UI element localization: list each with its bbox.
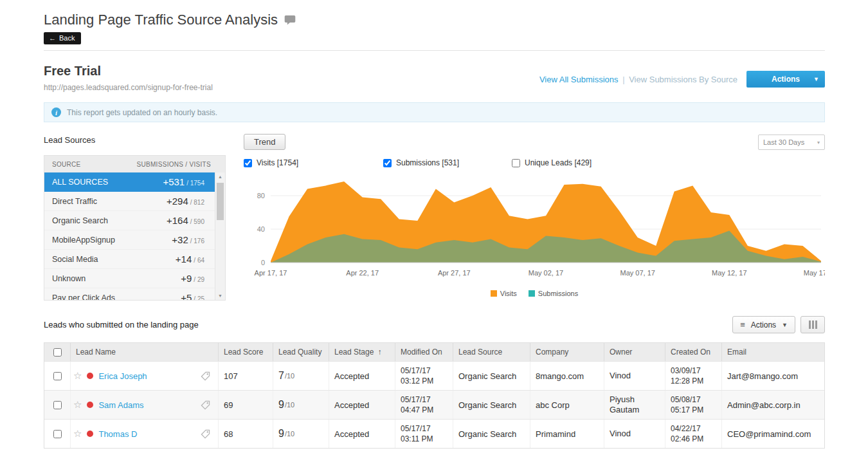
svg-text:May 12, 17: May 12, 17 bbox=[712, 269, 746, 277]
source-row-mobileappsignup[interactable]: MobileAppSignup +32176 bbox=[44, 230, 225, 250]
leads-actions-button[interactable]: ≡ Actions ▼ bbox=[732, 316, 795, 333]
submissions-count: +531 bbox=[163, 176, 185, 187]
submissions-swatch-icon bbox=[529, 290, 535, 297]
chevron-down-icon: ▼ bbox=[813, 76, 819, 82]
page-actions-label: Actions bbox=[772, 75, 800, 84]
header-modified-on[interactable]: Modified On bbox=[395, 343, 453, 361]
source-row-unknown[interactable]: Unknown +929 bbox=[44, 269, 225, 288]
submissions-count: +5 bbox=[181, 292, 192, 301]
source-row-social-media[interactable]: Social Media +1464 bbox=[44, 250, 225, 269]
submissions-count: +164 bbox=[167, 215, 188, 226]
created-on: 04/22/1702:46 PM bbox=[665, 420, 721, 448]
comment-bubble-icon[interactable] bbox=[284, 15, 296, 26]
scrollbar-thumb[interactable] bbox=[217, 183, 224, 220]
chart-series-checkbox-submissions[interactable] bbox=[383, 159, 392, 167]
period-select-value: Last 30 Days bbox=[763, 138, 804, 146]
header-owner[interactable]: Owner bbox=[604, 343, 665, 361]
email: Admin@abc.corp.in bbox=[721, 391, 824, 419]
submissions-toggle[interactable]: Submissions [531] bbox=[383, 158, 512, 167]
header-lead-score[interactable]: Lead Score bbox=[218, 343, 273, 361]
leads-section-title: Leads who submitted on the landing page bbox=[44, 320, 199, 329]
chart-series-checkbox-visits[interactable] bbox=[244, 159, 252, 167]
source-row-direct-traffic[interactable]: Direct Traffic +294812 bbox=[44, 192, 225, 211]
lead-status-dot bbox=[87, 373, 93, 379]
info-banner: i This report gets updated on an hourly … bbox=[44, 102, 825, 122]
columns-icon bbox=[809, 320, 811, 329]
source-row-all-sources[interactable]: ALL SOURCES +5311754 bbox=[44, 172, 225, 192]
landing-page-analysis-screen: Landing Page Traffic Source Analysis ← B… bbox=[0, 0, 868, 464]
sources-scrollbar[interactable]: ▲ ▼ bbox=[215, 172, 225, 300]
chart-series-checkbox-unique-leads[interactable] bbox=[512, 159, 520, 167]
period-select[interactable]: Last 30 Days ▾ bbox=[758, 135, 825, 150]
sort-ascending-icon: ↑ bbox=[377, 348, 381, 357]
header-lead-name[interactable]: Lead Name bbox=[70, 343, 218, 361]
modified-on: 05/17/1703:12 PM bbox=[395, 362, 453, 390]
row-checkbox[interactable] bbox=[53, 372, 62, 380]
row-checkbox[interactable] bbox=[53, 401, 62, 409]
leads-toolbar: ≡ Actions ▼ bbox=[732, 316, 825, 333]
star-icon[interactable]: ☆ bbox=[73, 370, 82, 382]
lead-source: Organic Search bbox=[453, 420, 530, 448]
visits-count: 176 bbox=[190, 237, 204, 245]
trend-button[interactable]: Trend bbox=[244, 134, 285, 150]
lead-quality: 910 bbox=[273, 391, 329, 419]
visits-toggle[interactable]: Visits [1754] bbox=[244, 158, 383, 167]
source-row-pay-per-click-ads[interactable]: Pay per Click Ads +525 bbox=[44, 288, 225, 301]
owner: Vinod bbox=[604, 420, 665, 448]
lead-name-link[interactable]: Erica Joseph bbox=[98, 371, 147, 381]
unique-leads-toggle[interactable]: Unique Leads [429] bbox=[512, 158, 592, 167]
visits-count: 64 bbox=[194, 257, 204, 264]
landing-page-name: Free Trial bbox=[44, 64, 213, 79]
company: Primamind bbox=[530, 420, 604, 448]
view-submissions-by-source-link[interactable]: View Submissions By Source bbox=[629, 75, 737, 84]
svg-text:Apr 17, 17: Apr 17, 17 bbox=[255, 269, 287, 277]
lead-sources-title: Lead Sources bbox=[44, 135, 226, 145]
page-actions-button[interactable]: Actions ▼ bbox=[746, 71, 825, 88]
leads-actions-label: Actions bbox=[751, 320, 776, 329]
lead-score: 69 bbox=[218, 391, 273, 419]
lead-source: Organic Search bbox=[453, 362, 530, 390]
scroll-down-icon[interactable]: ▼ bbox=[215, 293, 225, 298]
header-lead-source[interactable]: Lead Source bbox=[453, 343, 530, 361]
back-button-label: Back bbox=[59, 34, 75, 42]
source-row-organic-search[interactable]: Organic Search +164590 bbox=[44, 211, 225, 230]
column-chooser-button[interactable] bbox=[800, 316, 825, 333]
row-checkbox[interactable] bbox=[53, 430, 62, 438]
lead-sources-header: SOURCE SUBMISSIONS / VISITS bbox=[44, 156, 225, 172]
svg-text:40: 40 bbox=[257, 225, 265, 233]
lead-stage: Accepted bbox=[329, 362, 395, 390]
submissions-count: +14 bbox=[176, 254, 192, 264]
info-banner-text: This report gets updated on an hourly ba… bbox=[67, 108, 217, 117]
visits-count: 590 bbox=[190, 218, 204, 225]
chart-legend: Visits Submissions bbox=[244, 290, 825, 297]
tag-icon[interactable] bbox=[201, 400, 210, 410]
header-email[interactable]: Email bbox=[721, 343, 824, 361]
header-lead-quality[interactable]: Lead Quality bbox=[273, 343, 329, 361]
header-created-on[interactable]: Created On bbox=[665, 343, 721, 361]
view-all-submissions-link[interactable]: View All Submissions bbox=[539, 75, 619, 84]
svg-text:May 17, 17: May 17, 17 bbox=[804, 269, 825, 277]
trend-chart-panel: Trend Last 30 Days ▾ Visits [1754] Submi… bbox=[244, 134, 825, 301]
back-button[interactable]: ← Back bbox=[44, 32, 81, 44]
submissions-visits-column-header: SUBMISSIONS / VISITS bbox=[137, 161, 219, 168]
star-icon[interactable]: ☆ bbox=[73, 428, 82, 440]
created-on: 03/09/1712:28 PM bbox=[665, 362, 721, 390]
legend-visits: Visits bbox=[491, 290, 517, 297]
select-all-checkbox[interactable] bbox=[53, 348, 62, 357]
tag-icon[interactable] bbox=[201, 429, 210, 439]
lead-quality: 910 bbox=[273, 420, 329, 448]
email: CEO@primamind.com bbox=[721, 420, 824, 448]
head-actions: View All Submissions | View Submissions … bbox=[539, 66, 825, 92]
scroll-up-icon[interactable]: ▲ bbox=[215, 174, 225, 179]
header-lead-stage[interactable]: Lead Stage↑ bbox=[329, 343, 395, 361]
lead-name-link[interactable]: Thomas D bbox=[98, 429, 137, 439]
header-company[interactable]: Company bbox=[530, 343, 604, 361]
tag-icon[interactable] bbox=[201, 371, 210, 381]
lead-name-link[interactable]: Sam Adams bbox=[98, 400, 143, 410]
owner: Piyush Gautam bbox=[604, 391, 665, 419]
star-icon[interactable]: ☆ bbox=[73, 399, 82, 411]
table-row: ☆ Sam Adams 69 910 Accepted 05/17/1704:4… bbox=[44, 390, 824, 419]
lead-score: 107 bbox=[218, 362, 273, 390]
trend-chart-svg: 04080Apr 17, 17Apr 22, 17Apr 27, 17May 0… bbox=[244, 172, 825, 287]
email: Jart@8mango.com bbox=[721, 362, 824, 390]
